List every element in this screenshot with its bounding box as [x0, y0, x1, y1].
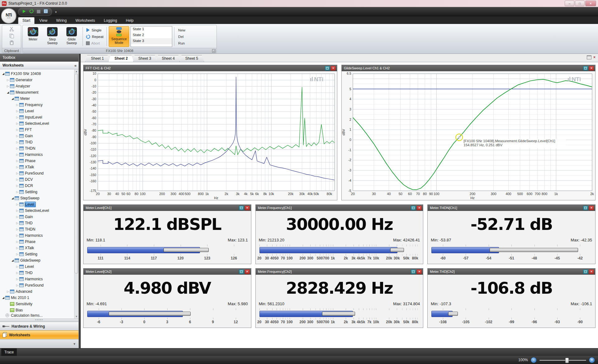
- zoom-out-icon[interactable]: −: [531, 357, 537, 363]
- float-panel-icon[interactable]: [239, 269, 244, 274]
- sheet-tab-3[interactable]: Sheet 3: [132, 55, 157, 62]
- scrollbar-thumb[interactable]: [75, 74, 78, 273]
- play-icon[interactable]: [22, 9, 26, 15]
- cut-icon[interactable]: [9, 27, 14, 33]
- run-state-button[interactable]: Run: [178, 40, 189, 46]
- tree-item-thd[interactable]: ▷THD: [0, 220, 78, 226]
- tree-expand-icon[interactable]: ▷: [15, 234, 19, 237]
- tree-item-frequency[interactable]: ▷Frequency: [0, 102, 78, 108]
- tab-help[interactable]: Help: [122, 17, 138, 24]
- tree-expand-icon[interactable]: ▷: [15, 166, 19, 169]
- close-sheet-icon[interactable]: ×: [593, 56, 596, 59]
- tree-item-sensitivity[interactable]: Sensitivity: [0, 301, 78, 307]
- tree-item-thd[interactable]: ▷THD: [0, 270, 78, 276]
- tree-expand-icon[interactable]: ▷: [15, 116, 19, 119]
- panel-layout-icon[interactable]: [587, 55, 591, 59]
- tree-expand-icon[interactable]: ▷: [15, 134, 19, 138]
- tree-expand-icon[interactable]: ◢: [11, 197, 15, 200]
- zoom-slider-thumb[interactable]: [565, 358, 569, 363]
- sequence-mode-button[interactable]: Sequence Mode: [109, 26, 129, 47]
- tree-expand-icon[interactable]: ▷: [15, 110, 19, 113]
- tree-item-fft[interactable]: ▷FFT: [0, 127, 78, 133]
- tree-expand-icon[interactable]: ▷: [15, 178, 19, 181]
- tree-expand-icon[interactable]: ▷: [15, 271, 19, 274]
- tree-expand-icon[interactable]: ▷: [15, 284, 19, 287]
- single-button[interactable]: Single: [86, 27, 103, 33]
- tree-expand-icon[interactable]: ▷: [6, 78, 10, 82]
- tree-expand-icon[interactable]: ▷: [15, 159, 19, 162]
- tree-item-puresound[interactable]: ▷PureSound: [0, 282, 78, 288]
- float-panel-icon[interactable]: [239, 206, 244, 210]
- tree-item-level[interactable]: ▷Level: [0, 201, 78, 208]
- tree-item-thd[interactable]: ▷THD: [0, 139, 78, 145]
- float-panel-icon[interactable]: [583, 66, 588, 71]
- tree-expand-icon[interactable]: ▷: [15, 222, 19, 225]
- del-state-button[interactable]: Del: [178, 34, 189, 40]
- tree-item-measurement[interactable]: ◢Measurement: [0, 89, 78, 96]
- tree-item-analyzer[interactable]: ▷Analyzer: [0, 83, 78, 89]
- repeat-icon[interactable]: [29, 9, 34, 15]
- maximize-button[interactable]: □: [575, 1, 585, 6]
- tree-item-thdn[interactable]: ▷THDN: [0, 226, 78, 232]
- close-panel-icon[interactable]: ×: [589, 269, 594, 274]
- meter-button[interactable]: Meter: [24, 26, 42, 47]
- sheet-tab-4[interactable]: Sheet 4: [156, 55, 180, 62]
- tree-item-mic-2010-1[interactable]: ◢Mic 2010 1: [0, 295, 78, 301]
- tree-item-gain[interactable]: ▷Gain: [0, 133, 78, 139]
- footer-dropdown-icon[interactable]: ▼: [73, 342, 76, 346]
- float-panel-icon[interactable]: [583, 206, 588, 210]
- tree-item-selectivelevel[interactable]: ▷SelectiveLevel: [0, 208, 78, 214]
- tree-item-gain[interactable]: ▷Gain: [0, 214, 78, 220]
- tree-expand-icon[interactable]: ▷: [15, 265, 19, 268]
- meter-panel-header[interactable]: Meter.Level[Ch2]×: [83, 268, 251, 275]
- abort-button[interactable]: Abort: [86, 40, 103, 46]
- new-state-button[interactable]: New: [178, 27, 189, 33]
- worksheets-button[interactable]: Worksheets: [0, 330, 78, 339]
- tree-item-advanced[interactable]: ▷Advanced: [0, 288, 78, 295]
- state-item-1[interactable]: State 1: [131, 26, 172, 32]
- tree-expand-icon[interactable]: ◢: [11, 259, 15, 262]
- tree-expand-icon[interactable]: ▷: [15, 278, 19, 281]
- hardware-wiring-button[interactable]: Hardware & Wiring: [0, 322, 78, 330]
- tree-item-dcv[interactable]: ▷DCV: [0, 176, 78, 183]
- tree-expand-icon[interactable]: ◢: [6, 91, 10, 94]
- tab-logging[interactable]: Logging: [100, 17, 121, 24]
- sheet-tab-5[interactable]: Sheet 5: [179, 55, 204, 62]
- close-panel-icon[interactable]: ×: [245, 269, 250, 274]
- tree-item-xtalk[interactable]: ▷XTalk: [0, 164, 78, 170]
- tree-expand-icon[interactable]: ▷: [15, 228, 19, 231]
- tree-expand-icon[interactable]: ▷: [15, 184, 19, 187]
- tree-item-harmonics[interactable]: ▷Harmonics: [0, 276, 78, 282]
- nti-logo[interactable]: NTi audio: [1, 8, 17, 24]
- paste-icon[interactable]: [9, 40, 14, 46]
- tree-item-inputlevel[interactable]: ▷InputLevel: [0, 114, 78, 120]
- tree-expand-icon[interactable]: ▷: [15, 203, 19, 206]
- tree-item-phase[interactable]: ▷Phase: [0, 158, 78, 164]
- glidesweep-panel-header[interactable]: GlideSweep.Level Ch1 & CH2 ×: [342, 65, 595, 71]
- state-item-3[interactable]: State 3: [131, 38, 172, 44]
- tree-expand-icon[interactable]: ▷: [6, 85, 10, 88]
- tree-expand-icon[interactable]: ▷: [6, 290, 10, 293]
- tree-expand-icon[interactable]: ▷: [15, 190, 19, 194]
- tree-item-puresound[interactable]: ▷PureSound: [0, 170, 78, 176]
- scroll-down-icon[interactable]: ▼: [75, 315, 78, 319]
- tree-item-glidesweep[interactable]: ◢GlideSweep: [0, 257, 78, 264]
- tree-expand-icon[interactable]: ▷: [15, 128, 19, 131]
- repeat-button[interactable]: Repeat: [86, 34, 103, 40]
- tree-expand-icon[interactable]: ◢: [1, 72, 5, 75]
- tree-item-phase[interactable]: ▷Phase: [0, 239, 78, 245]
- sheet-tab-2[interactable]: Sheet 2: [108, 55, 134, 62]
- tree-expand-icon[interactable]: ▷: [15, 253, 19, 256]
- tree-item-bias[interactable]: Bias: [0, 307, 78, 313]
- tree-item-generator[interactable]: ▷Generator: [0, 77, 78, 83]
- tree-expand-icon[interactable]: ▷: [15, 246, 19, 250]
- tree-expand-icon[interactable]: ▷: [15, 215, 19, 218]
- tree-expand-icon[interactable]: ▷: [15, 122, 19, 125]
- close-button[interactable]: ×: [585, 1, 596, 6]
- tree-expand-icon[interactable]: ◢: [11, 97, 15, 100]
- tree-item-fx100-snr-10408[interactable]: ◢FX100 SNr 10408: [0, 71, 78, 77]
- tree-expand-icon[interactable]: ◢: [1, 296, 5, 299]
- meter-panel-header[interactable]: Meter.THD[Ch2]×: [428, 268, 595, 275]
- tree-item-level[interactable]: ▷Level: [0, 108, 78, 114]
- stop-icon[interactable]: [37, 9, 40, 15]
